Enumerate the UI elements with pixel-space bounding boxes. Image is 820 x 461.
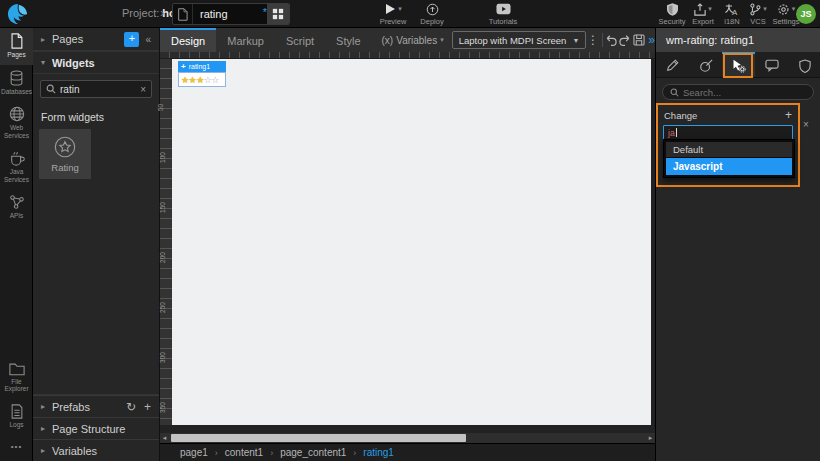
pages-grid-icon[interactable] <box>267 4 289 24</box>
breadcrumb-page1[interactable]: page1 <box>180 447 208 458</box>
prefabs-section-header[interactable]: ▸ Prefabs ↻ + <box>33 395 159 417</box>
ruler-label: 150 <box>159 202 166 213</box>
vertical-ruler: 50 100 150 200 250 300 350 <box>160 59 172 425</box>
tutorials-button[interactable]: Tutorials <box>483 2 523 26</box>
annotation-box-change-event: Change + ja Default Javascript <box>656 103 800 187</box>
horizontal-scrollbar[interactable]: ◂ ▸ <box>160 433 655 443</box>
property-search-input[interactable] <box>683 87 806 98</box>
tab-dialogs[interactable] <box>755 52 788 77</box>
tab-security[interactable] <box>788 52 820 77</box>
filled-stars[interactable]: ★★★ <box>181 75 204 85</box>
add-page-button[interactable]: + <box>124 32 139 47</box>
tab-design[interactable]: Design <box>160 28 216 52</box>
change-event-input-value: ja <box>668 128 675 138</box>
globe-icon <box>9 106 25 122</box>
page-structure-section-header[interactable]: ▸ Page Structure <box>33 417 159 439</box>
rating-stars[interactable]: ★★★ ☆☆ <box>178 72 226 87</box>
widget-selection-tag[interactable]: + rating1 <box>178 61 226 72</box>
branch-icon <box>749 3 761 16</box>
rail-item-java-services[interactable]: Java Services <box>0 145 33 189</box>
dialog-bubble-icon <box>765 59 779 72</box>
refresh-prefabs-icon[interactable]: ↻ <box>126 400 136 414</box>
clear-search-icon[interactable]: × <box>140 84 146 95</box>
tab-markup[interactable]: Markup <box>216 28 275 52</box>
canvas-bottom-strip <box>160 425 655 433</box>
rail-item-file-explorer[interactable]: File Explorer <box>0 357 33 399</box>
rail-item-logs[interactable]: Logs <box>0 399 33 435</box>
tab-properties[interactable] <box>656 52 689 77</box>
scroll-right-icon[interactable]: ▸ <box>646 434 655 442</box>
chevron-right-icon: ▸ <box>41 35 52 44</box>
breadcrumb-separator: › <box>270 448 273 458</box>
move-handle-icon[interactable]: + <box>181 62 186 71</box>
horizontal-ruler <box>160 52 655 59</box>
widget-search-box[interactable]: × <box>40 80 152 98</box>
user-avatar[interactable]: JS <box>796 4 816 24</box>
pages-section-header[interactable]: ▸ Pages + « <box>33 28 159 51</box>
widget-search-input[interactable] <box>60 84 136 95</box>
rating-widget-tile[interactable]: Rating <box>39 129 91 179</box>
variables-section-header[interactable]: ▸ Variables <box>33 439 159 461</box>
device-select[interactable]: Laptop with MDPI Screen ▼ <box>452 31 587 49</box>
remove-event-icon[interactable]: × <box>803 119 809 130</box>
scrollbar-thumb[interactable] <box>171 434 466 442</box>
rail-item-apis[interactable]: APIs <box>0 189 33 226</box>
text-caret <box>676 128 677 137</box>
undo-button[interactable] <box>604 31 618 49</box>
scroll-left-icon[interactable]: ◂ <box>160 434 169 442</box>
unsaved-indicator: * <box>263 6 267 18</box>
folder-icon <box>9 362 25 376</box>
change-event-label: Change <box>664 110 697 121</box>
widget-group-label: Form widgets <box>33 104 159 129</box>
ruler-label: 250 <box>159 302 166 313</box>
tab-styles[interactable] <box>689 52 722 77</box>
toolbar-divider <box>602 33 603 47</box>
widgets-section-header[interactable]: ▾ Widgets <box>33 51 159 74</box>
tab-style[interactable]: Style <box>325 28 371 52</box>
more-options-icon[interactable]: ••• <box>0 434 33 459</box>
export-icon <box>694 3 706 16</box>
rail-item-databases[interactable]: Databases <box>0 65 33 102</box>
play-icon <box>384 3 396 15</box>
variables-button[interactable]: (x) Variables ▾ <box>382 28 444 52</box>
search-icon <box>670 88 679 97</box>
rating-widget-label: Rating <box>51 162 78 173</box>
design-canvas[interactable]: + rating1 ★★★ ☆☆ <box>172 59 651 425</box>
rating-widget-selected[interactable]: + rating1 ★★★ ☆☆ <box>178 61 226 87</box>
add-event-icon[interactable]: + <box>785 108 792 122</box>
change-event-input[interactable]: ja <box>663 125 793 140</box>
rail-item-web-services[interactable]: Web Services <box>0 101 33 145</box>
deploy-button[interactable]: Deploy <box>412 2 452 26</box>
shield-icon <box>667 3 678 16</box>
open-page-tab[interactable]: rating * <box>172 3 290 25</box>
rail-item-pages[interactable]: Pages <box>0 28 33 65</box>
breadcrumb-page-content1[interactable]: page_content1 <box>280 447 346 458</box>
option-default[interactable]: Default <box>666 142 792 157</box>
save-button[interactable] <box>632 31 646 49</box>
breadcrumb-separator: › <box>353 448 356 458</box>
tab-script[interactable]: Script <box>275 28 325 52</box>
event-options-dropdown: Default Javascript <box>663 139 795 178</box>
more-vertical-icon[interactable]: ⋮ <box>586 31 599 49</box>
expand-right-panel-icon[interactable]: » <box>648 33 655 47</box>
breadcrumb-content1[interactable]: content1 <box>225 447 263 458</box>
empty-stars[interactable]: ☆☆ <box>204 75 219 85</box>
wavemaker-logo-icon <box>6 3 30 25</box>
page-structure-label: Page Structure <box>52 423 125 435</box>
chevron-right-icon: ▸ <box>41 402 52 411</box>
add-prefab-icon[interactable]: + <box>144 400 151 414</box>
preview-button[interactable]: ▾ Preview <box>373 2 413 26</box>
redo-button[interactable] <box>618 31 632 49</box>
breadcrumb-rating1[interactable]: rating1 <box>363 447 394 458</box>
ruler-label: 50 <box>157 104 164 111</box>
widget-results: Form widgets Rating <box>33 104 159 395</box>
tab-events[interactable] <box>722 52 755 77</box>
variables-x-icon: (x) <box>382 35 394 46</box>
coffee-cup-icon <box>9 150 25 166</box>
property-search-box[interactable] <box>662 84 814 100</box>
collapse-panel-icon[interactable]: « <box>145 34 151 45</box>
cursor-gear-icon <box>731 58 746 73</box>
option-javascript[interactable]: Javascript <box>666 158 792 175</box>
tutorials-video-icon <box>496 3 511 15</box>
chevron-right-icon: ▸ <box>41 446 52 455</box>
